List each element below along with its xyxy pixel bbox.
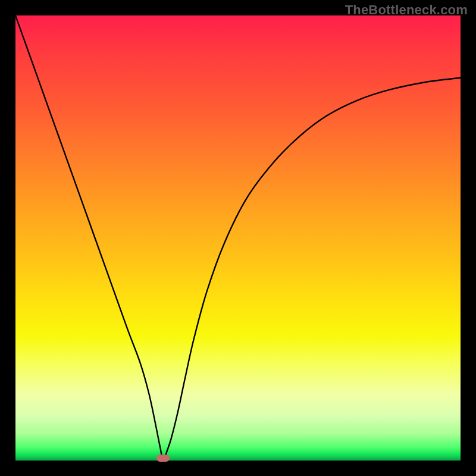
plot-area bbox=[15, 15, 461, 461]
optimal-point-marker bbox=[156, 455, 170, 462]
chart-frame: TheBottleneck.com bbox=[0, 0, 476, 476]
bottleneck-curve bbox=[15, 15, 461, 461]
